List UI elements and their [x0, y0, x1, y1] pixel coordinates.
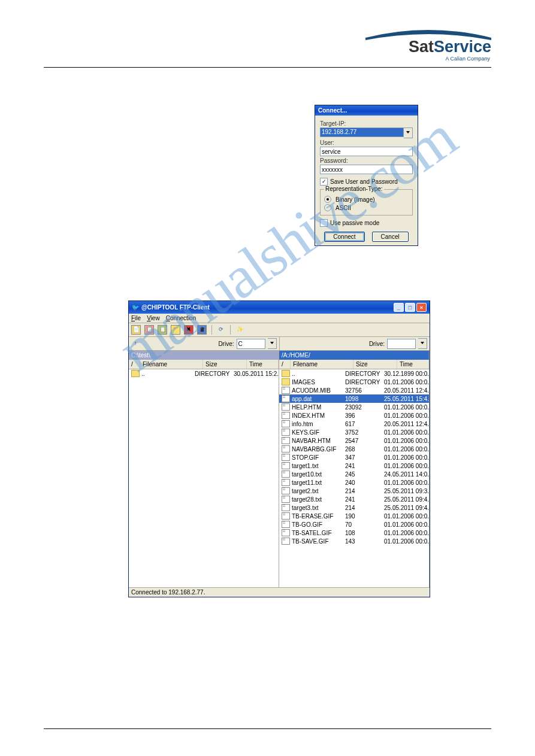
- list-item[interactable]: ..DIRECTORY30.05.2011 15:2..: [129, 369, 279, 378]
- drive-dropdown-left[interactable]: [268, 338, 277, 349]
- app-icon: 🐦: [132, 304, 139, 311]
- drive-label-right: Drive:: [369, 341, 385, 347]
- minimize-button[interactable]: _: [394, 303, 404, 312]
- file-icon: [282, 437, 290, 444]
- list-item[interactable]: ACUODM.MIB3275620.05.2011 12:4..: [279, 386, 429, 394]
- toolbar-icon-3[interactable]: 📋: [158, 325, 167, 335]
- sort-header[interactable]: /: [129, 360, 140, 369]
- drive-dropdown-right[interactable]: [418, 338, 427, 349]
- connect-dialog: Connect... Target-IP: 192.168.2.77 User:…: [315, 105, 418, 246]
- list-item[interactable]: target1.txt24101.01.2006 00:0..: [279, 462, 429, 470]
- file-icon: [282, 395, 290, 402]
- list-item[interactable]: HELP.HTM2309201.01.2006 00:0..: [279, 403, 429, 411]
- status-bar: Connected to 192.168.2.77.: [129, 587, 430, 597]
- file-icon: [282, 470, 290, 478]
- list-item[interactable]: app.dat109825.05.2011 15:4..: [279, 394, 429, 403]
- maximize-button[interactable]: □: [405, 303, 415, 312]
- toolbar-icon-4[interactable]: 📁: [171, 325, 180, 335]
- refresh-icon[interactable]: ⟳: [217, 326, 225, 334]
- drive-select-right[interactable]: [387, 339, 416, 349]
- wand-icon[interactable]: ✨: [235, 326, 244, 334]
- filename-header[interactable]: Filename: [140, 360, 203, 369]
- list-item[interactable]: STOP.GIF34701.01.2006 00:0..: [279, 453, 429, 462]
- toolbar-icon-5[interactable]: ✖: [184, 325, 194, 335]
- file-icon: [282, 529, 290, 536]
- toolbar-icon-2[interactable]: 📋: [144, 325, 154, 335]
- file-icon: [282, 420, 290, 427]
- list-item[interactable]: INDEX.HTM39601.01.2006 00:0..: [279, 411, 429, 420]
- cancel-button[interactable]: Cancel: [372, 232, 409, 242]
- save-label: Save User and Password: [330, 178, 398, 185]
- list-item[interactable]: target28.txt24125.05.2011 09:4..: [279, 495, 429, 503]
- list-item[interactable]: NAVBAR.HTM254701.01.2006 00:0..: [279, 436, 429, 445]
- user-label: User:: [320, 139, 413, 146]
- ascii-label: ASCII: [335, 205, 351, 211]
- menu-connection[interactable]: Connection: [166, 315, 197, 321]
- list-item[interactable]: NAVBARBG.GIF26801.01.2006 00:0..: [279, 445, 429, 453]
- file-icon: [282, 538, 290, 545]
- file-icon: [282, 504, 290, 511]
- drive-label-left: Drive:: [218, 341, 234, 347]
- file-icon: [282, 487, 290, 494]
- file-icon: [282, 412, 290, 419]
- right-pane[interactable]: / Filename Size Time ..DIRECTORY30.12.18…: [279, 360, 430, 587]
- file-icon: [282, 462, 290, 469]
- footer-rule: [44, 728, 491, 729]
- menu-file[interactable]: File: [131, 315, 141, 321]
- menubar: File View Connection: [129, 314, 430, 323]
- file-icon: [282, 387, 290, 394]
- list-item[interactable]: TB-ERASE.GIF19001.01.2006 00:0..: [279, 512, 429, 520]
- binary-label: Binary (Image): [335, 196, 375, 203]
- folder-icon: [282, 378, 290, 385]
- menu-view[interactable]: View: [147, 315, 160, 321]
- time-header-r[interactable]: Time: [397, 360, 429, 369]
- left-pane[interactable]: / Filename Size Time ..DIRECTORY30.05.20…: [129, 360, 279, 587]
- target-ip-input[interactable]: 192.168.2.77: [320, 127, 404, 137]
- file-icon: [282, 512, 290, 520]
- list-item[interactable]: info.htm61720.05.2011 12:4..: [279, 420, 429, 428]
- list-item[interactable]: KEYS.GIF375201.01.2006 00:0..: [279, 428, 429, 436]
- password-label: Password:: [320, 157, 413, 164]
- user-input[interactable]: [320, 147, 413, 156]
- list-item[interactable]: TB-SAVE.GIF14301.01.2006 00:0..: [279, 537, 429, 545]
- list-item[interactable]: TB-SATEL.GIF10801.01.2006 00:0..: [279, 529, 429, 537]
- file-icon: [282, 403, 290, 411]
- logo: SatService A Calian Company: [44, 27, 491, 62]
- toolbar-icon-1[interactable]: 📄: [131, 325, 141, 335]
- ftp-titlebar[interactable]: 🐦 @CHIPTOOL FTP-Client _ □ ×: [129, 301, 430, 314]
- close-button[interactable]: ×: [416, 303, 427, 312]
- connect-title[interactable]: Connect...: [315, 105, 418, 116]
- target-ip-dropdown[interactable]: [404, 127, 413, 138]
- connect-button[interactable]: Connect: [324, 232, 364, 242]
- file-icon: [282, 496, 290, 503]
- filename-header-r[interactable]: Filename: [291, 360, 353, 369]
- list-item[interactable]: target11.txt24001.01.2006 00:0..: [279, 478, 429, 487]
- file-icon: [282, 429, 290, 436]
- header-rule: [44, 67, 491, 68]
- sort-header-r[interactable]: /: [279, 360, 291, 369]
- list-item[interactable]: IMAGESDIRECTORY01.01.2006 00:0..: [279, 378, 429, 386]
- up-icon-left[interactable]: ↑: [131, 339, 140, 348]
- path-left: C:\test\: [129, 351, 279, 360]
- path-right: /A:/HOME/: [279, 351, 430, 360]
- list-item[interactable]: target3.txt21425.05.2011 09:4..: [279, 503, 429, 512]
- drive-select-left[interactable]: C: [237, 339, 265, 349]
- save-checkbox[interactable]: ✓: [320, 178, 328, 186]
- password-input[interactable]: [320, 165, 413, 174]
- ftp-client-window: 🐦 @CHIPTOOL FTP-Client _ □ × File View C…: [128, 300, 430, 597]
- list-item[interactable]: ..DIRECTORY30.12.1899 00:0..: [279, 369, 429, 378]
- folder-icon: [131, 370, 140, 377]
- size-header-r[interactable]: Size: [353, 360, 397, 369]
- file-icon: [282, 445, 290, 453]
- list-item[interactable]: target2.txt21425.05.2011 09:3..: [279, 487, 429, 495]
- list-item[interactable]: target10.txt24524.05.2011 14:0..: [279, 470, 429, 478]
- binary-radio[interactable]: [324, 196, 331, 203]
- toolbar-icon-6[interactable]: 🗑: [197, 325, 207, 335]
- file-icon: [282, 521, 290, 528]
- passive-label: Use passive mode: [330, 220, 379, 226]
- passive-checkbox[interactable]: [320, 219, 328, 227]
- size-header[interactable]: Size: [203, 360, 247, 369]
- list-item[interactable]: TB-GO.GIF7001.01.2006 00:0..: [279, 520, 429, 529]
- ascii-radio[interactable]: [324, 204, 331, 211]
- time-header[interactable]: Time: [247, 360, 279, 369]
